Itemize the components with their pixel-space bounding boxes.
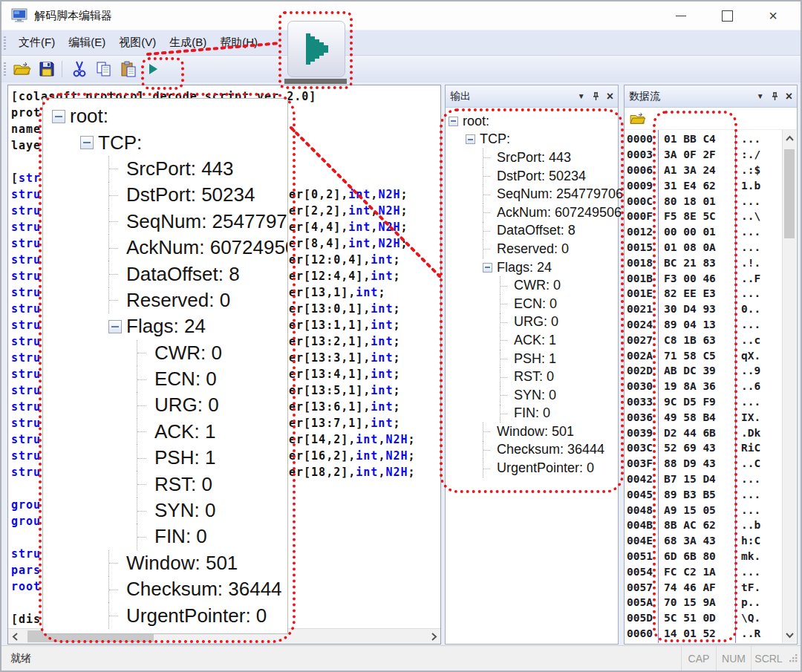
hex-row[interactable]: 002489 04 13... [625, 317, 783, 333]
tree-item[interactable]: SYN: 0 [449, 386, 618, 405]
save-button[interactable] [36, 59, 58, 79]
datastream-vertical-scrollbar[interactable] [782, 130, 796, 643]
minimize-button[interactable] [658, 1, 704, 30]
hex-row[interactable]: 003649 58 B4IX. [625, 409, 783, 425]
tree-collapse-box[interactable] [80, 136, 94, 149]
tree-item[interactable]: DstPort: 50234 [449, 167, 618, 186]
hex-row[interactable]: 001501 08 0A... [625, 240, 783, 255]
hex-row[interactable]: 001200 00 01... [625, 224, 783, 240]
tree-item[interactable]: AckNum: 607249506 [449, 203, 618, 222]
hex-row[interactable]: 004589 B3 B5... [625, 486, 783, 502]
tree-item[interactable]: SeqNum: 254779706 [52, 209, 287, 235]
hex-row[interactable]: 0042B7 15 D4... [625, 472, 783, 487]
tree-item[interactable]: SYN: 0 [52, 498, 287, 523]
close-button[interactable]: × [750, 1, 796, 30]
hex-row[interactable]: 002A71 58 C5qX. [625, 348, 783, 363]
run-script-button-magnified[interactable] [287, 21, 345, 77]
tree-item[interactable]: UrgentPointer: 0 [52, 602, 287, 628]
tree-item[interactable]: TCP: [52, 129, 287, 155]
hex-row[interactable]: 006014 01 52..R [625, 626, 783, 642]
hex-row[interactable]: 003C52 69 43RiC [625, 440, 783, 456]
tree-item[interactable]: Reserved: 0 [52, 287, 287, 313]
tree-item[interactable]: CWR: 0 [449, 276, 618, 295]
hex-row[interactable]: 00516D 6B 80mk. [625, 549, 783, 564]
hex-row[interactable]: 004B8B AC 62..b [625, 518, 783, 533]
tree-item[interactable]: PSH: 1 [52, 445, 287, 471]
tree-item[interactable]: ECN: 0 [449, 295, 618, 313]
tree-item[interactable]: ECN: 0 [52, 366, 287, 392]
hex-row[interactable]: 002DAB DC 39..9 [625, 363, 783, 379]
tree-collapse-box[interactable] [108, 320, 122, 333]
menu-item-4[interactable]: 帮助(H) [213, 33, 264, 53]
menu-item-2[interactable]: 视图(V) [112, 33, 163, 53]
hex-row[interactable]: 0048A9 15 05... [625, 502, 783, 518]
scroll-down-arrow[interactable] [783, 628, 796, 642]
hex-row[interactable]: 000001 BB C4... [625, 131, 783, 147]
hex-dump[interactable]: 000001 BB C4...00033A 0F 2F:./0006A1 3A … [625, 131, 783, 643]
open-stream-button[interactable] [630, 112, 646, 125]
tree-item[interactable]: Reserved: 0 [449, 240, 618, 258]
tree-item[interactable]: URG: 0 [449, 313, 618, 332]
hex-row[interactable]: 00033A 0F 2F:./ [625, 147, 783, 163]
tree-collapse-box[interactable] [483, 263, 492, 273]
copy-button[interactable] [93, 59, 115, 79]
hex-row[interactable]: 0027C8 1B 63..c [625, 332, 783, 348]
scroll-right-arrow[interactable] [427, 630, 440, 643]
tree-item[interactable]: UrgentPointer: 0 [449, 459, 618, 477]
hex-row[interactable]: 0006A1 3A 24.:$ [625, 163, 783, 178]
dropdown-icon[interactable]: ▼ [757, 92, 764, 100]
tree-collapse-box[interactable] [466, 134, 475, 144]
tree-item[interactable]: DataOffset: 8 [52, 261, 287, 287]
scrollbar-thumb[interactable] [784, 149, 795, 238]
tree-item[interactable]: SeqNum: 254779706 [449, 185, 618, 203]
pin-icon[interactable] [771, 92, 779, 101]
scroll-up-arrow[interactable] [783, 131, 796, 145]
cut-button[interactable] [68, 59, 91, 79]
hex-row[interactable]: 00339C D5 F9... [625, 394, 783, 410]
tree-item[interactable]: ACK: 1 [52, 419, 287, 445]
tree-item[interactable]: SrcPort: 443 [449, 149, 618, 167]
tree-item[interactable]: RST: 0 [52, 471, 287, 497]
hex-row[interactable]: 001E82 EE E3... [625, 286, 783, 301]
menu-item-1[interactable]: 编辑(E) [62, 33, 112, 53]
tree-item[interactable]: PSH: 1 [449, 350, 618, 368]
tree-item[interactable]: URG: 0 [52, 392, 287, 418]
pin-icon[interactable] [592, 92, 600, 101]
tree-item[interactable]: Flags: 24 [52, 313, 287, 339]
close-panel-icon[interactable]: × [607, 91, 613, 102]
scroll-left-arrow[interactable] [8, 630, 22, 643]
menu-item-0[interactable]: 文件(F) [12, 33, 62, 53]
tree-item[interactable]: Checksum: 36444 [449, 441, 618, 460]
tree-item[interactable]: ACK: 1 [449, 331, 618, 350]
run-script-button[interactable] [142, 59, 164, 79]
tree-item[interactable]: root: [449, 112, 618, 131]
tree-item[interactable]: root: [52, 103, 287, 129]
tree-item[interactable]: CWR: 0 [52, 340, 287, 366]
hex-row[interactable]: 005774 46 AFtF. [625, 579, 783, 595]
tree-collapse-box[interactable] [449, 117, 458, 126]
hex-row[interactable]: 005A70 15 9Ap.. [625, 595, 783, 610]
menu-item-3[interactable]: 生成(B) [163, 33, 213, 53]
maximize-button[interactable] [704, 1, 750, 30]
hex-row[interactable]: 005D5C 51 0D\Q. [625, 610, 783, 626]
dropdown-icon[interactable]: ▼ [578, 92, 585, 100]
tree-item[interactable]: Window: 501 [449, 423, 618, 441]
hex-row[interactable]: 000C80 18 01... [625, 193, 783, 209]
hex-row[interactable]: 003F88 D9 43..C [625, 456, 783, 472]
hex-row[interactable]: 000931 E4 621.b [625, 177, 783, 193]
paste-button[interactable] [117, 59, 140, 79]
tree-item[interactable]: RST: 0 [449, 368, 618, 386]
tree-item[interactable]: Flags: 24 [449, 258, 618, 277]
tree-item[interactable]: Checksum: 36444 [52, 576, 287, 602]
open-file-button[interactable] [11, 59, 33, 79]
hex-row[interactable]: 003019 8A 36..6 [625, 379, 783, 394]
tree-item[interactable]: AckNum: 607249506 [52, 235, 287, 261]
resize-grip[interactable] [786, 653, 801, 663]
hex-row[interactable]: 0039D2 44 6B.Dk [625, 425, 783, 440]
close-panel-icon[interactable]: × [786, 91, 792, 102]
hex-row[interactable]: 002130 D4 930.. [625, 301, 783, 317]
tree-item[interactable]: FIN: 0 [449, 405, 618, 423]
tree-item[interactable]: SrcPort: 443 [52, 156, 287, 182]
tree-item[interactable]: DataOffset: 8 [449, 222, 618, 241]
tree-item[interactable]: TCP: [449, 131, 618, 149]
